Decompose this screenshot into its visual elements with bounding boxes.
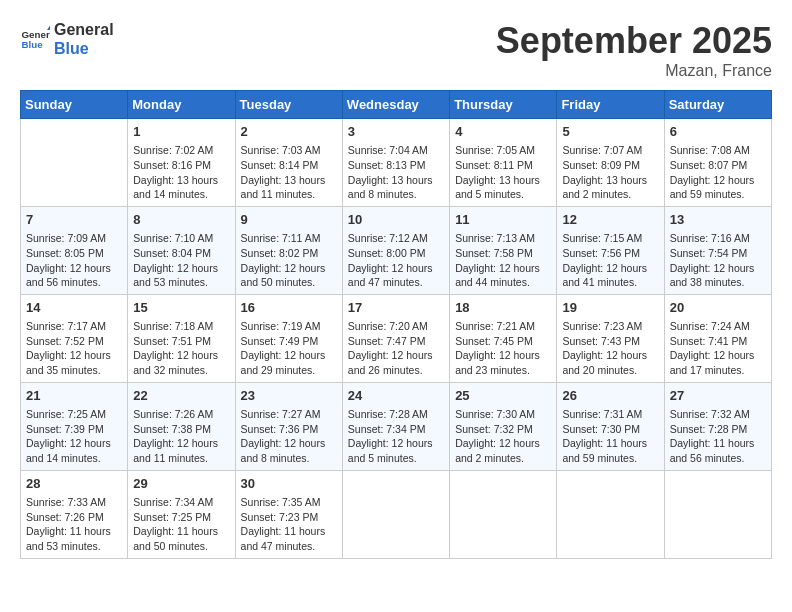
day-info: Sunrise: 7:15 AM Sunset: 7:56 PM Dayligh… (562, 231, 658, 290)
calendar-cell: 12Sunrise: 7:15 AM Sunset: 7:56 PM Dayli… (557, 206, 664, 294)
day-info: Sunrise: 7:08 AM Sunset: 8:07 PM Dayligh… (670, 143, 766, 202)
day-header-monday: Monday (128, 91, 235, 119)
day-header-tuesday: Tuesday (235, 91, 342, 119)
day-info: Sunrise: 7:02 AM Sunset: 8:16 PM Dayligh… (133, 143, 229, 202)
day-info: Sunrise: 7:34 AM Sunset: 7:25 PM Dayligh… (133, 495, 229, 554)
logo-text-general: General (54, 20, 114, 39)
day-info: Sunrise: 7:18 AM Sunset: 7:51 PM Dayligh… (133, 319, 229, 378)
location: Mazan, France (496, 62, 772, 80)
day-info: Sunrise: 7:17 AM Sunset: 7:52 PM Dayligh… (26, 319, 122, 378)
day-info: Sunrise: 7:24 AM Sunset: 7:41 PM Dayligh… (670, 319, 766, 378)
logo-icon: General Blue (20, 24, 50, 54)
day-info: Sunrise: 7:25 AM Sunset: 7:39 PM Dayligh… (26, 407, 122, 466)
calendar-cell: 26Sunrise: 7:31 AM Sunset: 7:30 PM Dayli… (557, 382, 664, 470)
calendar-cell: 11Sunrise: 7:13 AM Sunset: 7:58 PM Dayli… (450, 206, 557, 294)
calendar-cell: 16Sunrise: 7:19 AM Sunset: 7:49 PM Dayli… (235, 294, 342, 382)
day-number: 13 (670, 211, 766, 229)
calendar-cell: 6Sunrise: 7:08 AM Sunset: 8:07 PM Daylig… (664, 119, 771, 207)
week-row-2: 7Sunrise: 7:09 AM Sunset: 8:05 PM Daylig… (21, 206, 772, 294)
calendar-cell: 17Sunrise: 7:20 AM Sunset: 7:47 PM Dayli… (342, 294, 449, 382)
calendar-cell: 3Sunrise: 7:04 AM Sunset: 8:13 PM Daylig… (342, 119, 449, 207)
svg-text:General: General (22, 29, 51, 40)
page-header: General Blue General Blue September 2025… (20, 20, 772, 80)
calendar-cell: 21Sunrise: 7:25 AM Sunset: 7:39 PM Dayli… (21, 382, 128, 470)
day-number: 27 (670, 387, 766, 405)
day-header-sunday: Sunday (21, 91, 128, 119)
calendar-cell: 5Sunrise: 7:07 AM Sunset: 8:09 PM Daylig… (557, 119, 664, 207)
calendar-cell: 20Sunrise: 7:24 AM Sunset: 7:41 PM Dayli… (664, 294, 771, 382)
day-number: 24 (348, 387, 444, 405)
calendar-cell (557, 470, 664, 558)
day-number: 15 (133, 299, 229, 317)
svg-marker-2 (47, 26, 50, 31)
day-number: 11 (455, 211, 551, 229)
day-info: Sunrise: 7:33 AM Sunset: 7:26 PM Dayligh… (26, 495, 122, 554)
day-info: Sunrise: 7:03 AM Sunset: 8:14 PM Dayligh… (241, 143, 337, 202)
calendar-cell: 4Sunrise: 7:05 AM Sunset: 8:11 PM Daylig… (450, 119, 557, 207)
svg-text:Blue: Blue (22, 39, 44, 50)
day-number: 17 (348, 299, 444, 317)
logo-text-blue: Blue (54, 39, 114, 58)
day-info: Sunrise: 7:04 AM Sunset: 8:13 PM Dayligh… (348, 143, 444, 202)
day-number: 20 (670, 299, 766, 317)
day-info: Sunrise: 7:35 AM Sunset: 7:23 PM Dayligh… (241, 495, 337, 554)
calendar-cell (664, 470, 771, 558)
month-title: September 2025 (496, 20, 772, 62)
day-number: 26 (562, 387, 658, 405)
calendar-cell: 18Sunrise: 7:21 AM Sunset: 7:45 PM Dayli… (450, 294, 557, 382)
day-number: 12 (562, 211, 658, 229)
calendar-cell: 13Sunrise: 7:16 AM Sunset: 7:54 PM Dayli… (664, 206, 771, 294)
calendar-cell: 15Sunrise: 7:18 AM Sunset: 7:51 PM Dayli… (128, 294, 235, 382)
day-header-thursday: Thursday (450, 91, 557, 119)
day-header-wednesday: Wednesday (342, 91, 449, 119)
day-info: Sunrise: 7:13 AM Sunset: 7:58 PM Dayligh… (455, 231, 551, 290)
day-number: 9 (241, 211, 337, 229)
day-number: 28 (26, 475, 122, 493)
day-info: Sunrise: 7:05 AM Sunset: 8:11 PM Dayligh… (455, 143, 551, 202)
calendar-cell: 2Sunrise: 7:03 AM Sunset: 8:14 PM Daylig… (235, 119, 342, 207)
calendar-cell (21, 119, 128, 207)
day-number: 21 (26, 387, 122, 405)
day-number: 23 (241, 387, 337, 405)
calendar-cell: 24Sunrise: 7:28 AM Sunset: 7:34 PM Dayli… (342, 382, 449, 470)
day-number: 29 (133, 475, 229, 493)
day-info: Sunrise: 7:07 AM Sunset: 8:09 PM Dayligh… (562, 143, 658, 202)
calendar-cell: 27Sunrise: 7:32 AM Sunset: 7:28 PM Dayli… (664, 382, 771, 470)
day-info: Sunrise: 7:23 AM Sunset: 7:43 PM Dayligh… (562, 319, 658, 378)
day-number: 25 (455, 387, 551, 405)
day-info: Sunrise: 7:09 AM Sunset: 8:05 PM Dayligh… (26, 231, 122, 290)
day-number: 10 (348, 211, 444, 229)
day-number: 6 (670, 123, 766, 141)
day-number: 7 (26, 211, 122, 229)
day-number: 14 (26, 299, 122, 317)
day-number: 2 (241, 123, 337, 141)
week-row-3: 14Sunrise: 7:17 AM Sunset: 7:52 PM Dayli… (21, 294, 772, 382)
week-row-5: 28Sunrise: 7:33 AM Sunset: 7:26 PM Dayli… (21, 470, 772, 558)
calendar-cell: 29Sunrise: 7:34 AM Sunset: 7:25 PM Dayli… (128, 470, 235, 558)
calendar-cell: 1Sunrise: 7:02 AM Sunset: 8:16 PM Daylig… (128, 119, 235, 207)
calendar-cell: 23Sunrise: 7:27 AM Sunset: 7:36 PM Dayli… (235, 382, 342, 470)
day-info: Sunrise: 7:12 AM Sunset: 8:00 PM Dayligh… (348, 231, 444, 290)
week-row-4: 21Sunrise: 7:25 AM Sunset: 7:39 PM Dayli… (21, 382, 772, 470)
day-number: 8 (133, 211, 229, 229)
day-info: Sunrise: 7:27 AM Sunset: 7:36 PM Dayligh… (241, 407, 337, 466)
calendar-cell: 19Sunrise: 7:23 AM Sunset: 7:43 PM Dayli… (557, 294, 664, 382)
day-number: 1 (133, 123, 229, 141)
calendar-cell (342, 470, 449, 558)
calendar-cell: 7Sunrise: 7:09 AM Sunset: 8:05 PM Daylig… (21, 206, 128, 294)
day-info: Sunrise: 7:26 AM Sunset: 7:38 PM Dayligh… (133, 407, 229, 466)
day-number: 19 (562, 299, 658, 317)
day-info: Sunrise: 7:16 AM Sunset: 7:54 PM Dayligh… (670, 231, 766, 290)
day-number: 4 (455, 123, 551, 141)
day-info: Sunrise: 7:19 AM Sunset: 7:49 PM Dayligh… (241, 319, 337, 378)
calendar-cell: 22Sunrise: 7:26 AM Sunset: 7:38 PM Dayli… (128, 382, 235, 470)
week-row-1: 1Sunrise: 7:02 AM Sunset: 8:16 PM Daylig… (21, 119, 772, 207)
calendar-cell: 8Sunrise: 7:10 AM Sunset: 8:04 PM Daylig… (128, 206, 235, 294)
day-info: Sunrise: 7:30 AM Sunset: 7:32 PM Dayligh… (455, 407, 551, 466)
day-info: Sunrise: 7:10 AM Sunset: 8:04 PM Dayligh… (133, 231, 229, 290)
day-info: Sunrise: 7:32 AM Sunset: 7:28 PM Dayligh… (670, 407, 766, 466)
day-number: 3 (348, 123, 444, 141)
day-number: 16 (241, 299, 337, 317)
calendar-cell (450, 470, 557, 558)
calendar-table: SundayMondayTuesdayWednesdayThursdayFrid… (20, 90, 772, 559)
